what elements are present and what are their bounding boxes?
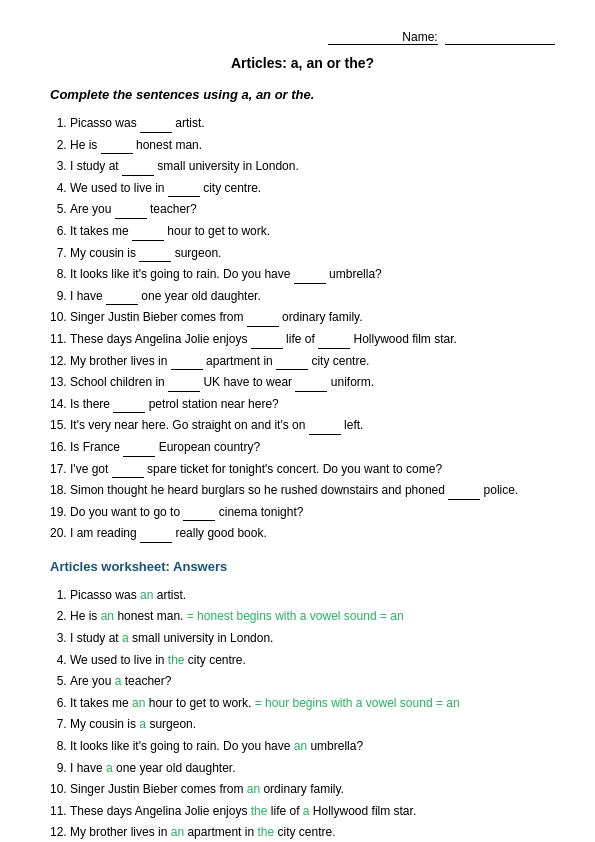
answer-word: a [139,717,146,731]
list-item: Simon thought he heard burglars so he ru… [70,481,555,500]
main-title: Articles: a, an or the? [50,55,555,71]
blank [251,337,283,349]
blank [115,207,147,219]
list-item: Is there petrol station near here? [70,395,555,414]
blank [132,229,164,241]
blank [140,531,172,543]
answer-word: an [140,588,153,602]
blank [140,121,172,133]
blank [276,358,308,370]
list-item: Picasso was artist. [70,114,555,133]
answer-item: I have a one year old daughter. [70,759,555,778]
name-line: Name: [50,30,555,45]
blank [168,380,200,392]
answer-word2: the [257,825,274,839]
section1-heading: Complete the sentences using a, an or th… [50,87,555,102]
blank [309,423,341,435]
name-label: Name: [328,30,438,45]
answer-note: = honest begins with a vowel sound = an [187,609,404,623]
list-item: We used to live in city centre. [70,179,555,198]
answer-item: I study at a small university in London. [70,629,555,648]
answer-item: Picasso was an artist. [70,586,555,605]
list-item: Is France European country? [70,438,555,457]
blank [294,272,326,284]
list-item: I am reading really good book. [70,524,555,543]
blank [171,358,203,370]
answer-item: He is an honest man. = honest begins wit… [70,607,555,626]
answer-word: a [122,631,129,645]
answer-item: It takes me an hour to get to work. = ho… [70,694,555,713]
answer-word: an [247,782,260,796]
answer-note: = hour begins with a vowel sound = an [255,696,460,710]
list-item: School children in UK have to wear unifo… [70,373,555,392]
answer-item: It looks like it's going to rain. Do you… [70,737,555,756]
blank [123,445,155,457]
answer-item: My brother lives in an apartment in the … [70,823,555,842]
answer-word: a [106,761,113,775]
answer-item: Singer Justin Bieber comes from an ordin… [70,780,555,799]
section2-heading: Articles worksheet: Answers [50,559,555,574]
answer-word: an [171,825,184,839]
answer-word: the [251,804,268,818]
list-item: I have one year old daughter. [70,287,555,306]
blank [112,466,144,478]
answers-list: Picasso was an artist. He is an honest m… [50,586,555,842]
blank [139,250,171,262]
list-item: These days Angelina Jolie enjoys life of… [70,330,555,349]
list-item: It takes me hour to get to work. [70,222,555,241]
answer-word: the [168,653,185,667]
list-item: I study at small university in London. [70,157,555,176]
blank [113,401,145,413]
blank [318,337,350,349]
name-field[interactable] [445,30,555,45]
list-item: Do you want to go to cinema tonight? [70,503,555,522]
answer-word: a [115,674,122,688]
list-item: My brother lives in apartment in city ce… [70,352,555,371]
list-item: It's very near here. Go straight on and … [70,416,555,435]
blank [183,509,215,521]
answer-item: We used to live in the city centre. [70,651,555,670]
answer-item: Are you a teacher? [70,672,555,691]
answer-word: an [294,739,307,753]
blank [106,293,138,305]
questions-list: Picasso was artist. He is honest man. I … [50,114,555,543]
list-item: My cousin is surgeon. [70,244,555,263]
answer-item: My cousin is a surgeon. [70,715,555,734]
answer-word2: a [303,804,310,818]
blank [122,164,154,176]
blank [247,315,279,327]
answer-item: These days Angelina Jolie enjoys the lif… [70,802,555,821]
blank [448,488,480,500]
list-item: Singer Justin Bieber comes from ordinary… [70,308,555,327]
answer-word: an [132,696,145,710]
list-item: It looks like it's going to rain. Do you… [70,265,555,284]
blank [101,142,133,154]
answer-word: an [101,609,114,623]
list-item: I've got spare ticket for tonight's conc… [70,460,555,479]
list-item: Are you teacher? [70,200,555,219]
blank [295,380,327,392]
blank [168,185,200,197]
list-item: He is honest man. [70,136,555,155]
